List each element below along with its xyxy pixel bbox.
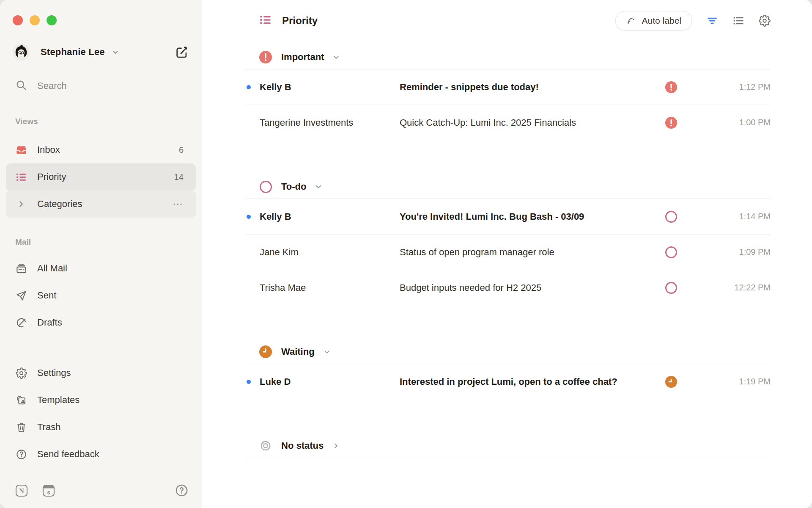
sidebar-item-label: Send feedback (37, 449, 99, 460)
sidebar: Stephanie Lee Search Views (0, 0, 202, 508)
group-header-no-status[interactable]: No status (245, 434, 771, 458)
close-window-button[interactable] (13, 15, 23, 25)
email-row[interactable]: Luke D Interested in project Lumi, open … (245, 364, 771, 399)
chevron-down-icon (332, 52, 341, 62)
mail-list-pane: Priority Auto label (202, 0, 812, 508)
categories-more-icon[interactable]: ⋯ (173, 198, 184, 210)
auto-label-button[interactable]: Auto label (615, 11, 692, 30)
group-waiting: Waiting Luke D Interested in project Lum… (245, 340, 771, 399)
zoom-window-button[interactable] (47, 15, 57, 25)
email-sender: Jane Kim (260, 247, 400, 258)
waiting-status-icon (259, 345, 272, 358)
sidebar-item-inbox[interactable]: Inbox 6 (0, 136, 202, 163)
settings-gear-icon[interactable] (759, 15, 771, 27)
priority-list-icon (259, 14, 272, 28)
sidebar-item-settings[interactable]: Settings (0, 359, 202, 387)
help-icon[interactable] (175, 484, 188, 497)
search-placeholder: Search (37, 80, 67, 91)
important-status-icon[interactable] (665, 81, 677, 93)
group-header-todo[interactable]: To-do (245, 175, 771, 199)
sidebar-item-templates[interactable]: Templates (0, 387, 202, 414)
todo-status-icon[interactable] (665, 211, 677, 223)
sidebar-item-trash[interactable]: Trash (0, 414, 202, 441)
unread-dot (247, 85, 251, 89)
bottom-nav: Settings Templates (0, 359, 202, 468)
email-sender: Kelly B (260, 211, 400, 222)
important-status-icon (259, 51, 272, 64)
group-todo: To-do Kelly B You're Invited! Lumi Inc. … (245, 175, 771, 305)
calendar-icon[interactable]: 6 (42, 484, 55, 497)
window-controls (0, 0, 202, 25)
sidebar-item-drafts[interactable]: Drafts (0, 309, 202, 336)
sidebar-item-label: All Mail (37, 263, 67, 274)
list-view-icon[interactable] (732, 15, 744, 27)
sidebar-item-label: Trash (37, 422, 60, 433)
todo-status-icon[interactable] (665, 246, 677, 258)
sidebar-item-label: Priority (37, 171, 66, 182)
avatar (13, 44, 30, 61)
sidebar-item-label: Inbox (37, 144, 60, 155)
sidebar-item-priority[interactable]: Priority 14 (6, 163, 196, 190)
important-status-icon[interactable] (665, 117, 677, 129)
inbox-icon (15, 144, 27, 156)
email-time: 1:00 PM (692, 118, 771, 127)
account-switcher[interactable]: Stephanie Lee (0, 44, 202, 61)
sidebar-item-label: Settings (37, 367, 71, 378)
email-row[interactable]: Kelly B Reminder - snippets due today! 1… (245, 69, 771, 105)
sidebar-item-all-mail[interactable]: All Mail (0, 255, 202, 282)
templates-icon (15, 395, 27, 406)
group-name: To-do (281, 181, 306, 192)
toolbar: Auto label (615, 11, 771, 30)
sidebar-item-send-feedback[interactable]: Send feedback (0, 441, 202, 468)
chevron-right-icon (331, 441, 340, 450)
waiting-status-icon[interactable] (665, 376, 677, 388)
sidebar-item-label: Drafts (37, 317, 62, 328)
chevron-down-icon (314, 182, 323, 191)
email-sender: Luke D (260, 376, 400, 387)
priority-count: 14 (174, 172, 184, 182)
todo-status-icon[interactable] (665, 282, 677, 294)
main-header: Priority Auto label (245, 11, 771, 30)
email-row[interactable]: Trisha Mae Budget inputs needed for H2 2… (245, 270, 771, 305)
mail-nav: All Mail Sent Drafts (0, 255, 202, 336)
minimize-window-button[interactable] (30, 15, 40, 25)
email-time: 1:12 PM (692, 82, 771, 92)
search-input[interactable]: Search (0, 79, 202, 93)
calendar-day: 6 (47, 489, 50, 495)
email-subject: Quick Catch-Up: Lumi Inc. 2025 Financial… (400, 117, 665, 128)
email-sender: Kelly B (260, 82, 400, 93)
sidebar-item-label: Templates (37, 395, 80, 406)
sidebar-item-label: Sent (37, 290, 56, 301)
email-row[interactable]: Tangerine Investments Quick Catch-Up: Lu… (245, 105, 771, 140)
sidebar-item-categories[interactable]: Categories ⋯ (6, 190, 196, 218)
todo-status-icon (259, 181, 272, 193)
unread-dot (247, 215, 251, 219)
page-title: Priority (282, 15, 318, 27)
notion-logo-icon[interactable]: N (15, 484, 28, 497)
auto-label-icon (626, 15, 637, 26)
group-header-important[interactable]: Important (245, 45, 771, 69)
priority-list-icon (15, 171, 27, 183)
trash-icon (15, 422, 27, 433)
all-mail-icon (15, 263, 27, 274)
email-subject: Budget inputs needed for H2 2025 (400, 282, 665, 293)
views-section-label: Views (0, 116, 202, 127)
email-sender: Trisha Mae (260, 282, 400, 293)
search-icon (15, 79, 27, 93)
filter-icon[interactable] (706, 15, 718, 27)
email-row[interactable]: Kelly B You're Invited! Lumi Inc. Bug Ba… (245, 199, 771, 235)
email-row[interactable]: Jane Kim Status of open program manager … (245, 235, 771, 270)
group-name: Important (281, 52, 324, 63)
email-subject: Interested in project Lumi, open to a co… (400, 376, 665, 387)
send-icon (15, 290, 27, 301)
chevron-right-icon[interactable] (15, 199, 27, 209)
sidebar-item-sent[interactable]: Sent (0, 282, 202, 309)
compose-icon[interactable] (174, 44, 190, 60)
email-time: 1:09 PM (692, 247, 771, 257)
chevron-down-icon (322, 347, 332, 356)
chevron-down-icon (111, 47, 120, 57)
group-header-waiting[interactable]: Waiting (245, 340, 771, 364)
group-name: No status (281, 440, 324, 451)
inbox-count: 6 (179, 145, 184, 155)
user-name: Stephanie Lee (41, 47, 105, 58)
